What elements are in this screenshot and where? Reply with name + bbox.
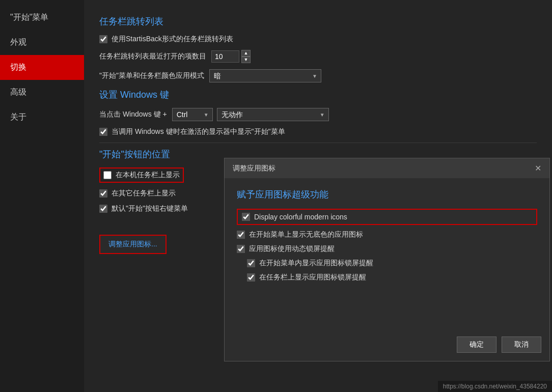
sidebar-item-advanced[interactable]: 高级 (0, 80, 84, 105)
show-local-taskbar-label: 在本机任务栏上显示 (116, 171, 180, 180)
show-lock-in-start-checkbox[interactable] (247, 259, 255, 267)
use-startisback-row: 使用StartisBack形式的任务栏跳转列表 (99, 35, 537, 44)
no-action-select-wrapper: 无动作 打开任务管理器 显示桌面 (217, 108, 329, 121)
windows-key-title: 设置 Windows 键 (99, 89, 537, 101)
recent-items-spinner: ▲ ▼ (241, 50, 251, 63)
show-other-taskbar-checkbox[interactable] (99, 189, 107, 198)
use-startisback-label: 使用StartisBack形式的任务栏跳转列表 (112, 35, 233, 44)
show-no-bg-label: 在开始菜单上显示无底色的应用图标 (249, 230, 363, 239)
no-action-select[interactable]: 无动作 打开任务管理器 显示桌面 (217, 108, 329, 121)
popup-section-title: 赋予应用图标超级功能 (237, 188, 537, 201)
use-dynamic-lock-row: 应用图标使用动态锁屏提醒 (237, 244, 537, 254)
popup-overlay: 调整应用图标 ✕ 赋予应用图标超级功能 Display colorful mod… (224, 158, 550, 361)
show-lock-in-start-label: 在开始菜单内显示应用图标锁屏提醒 (259, 259, 373, 268)
display-colorful-row: Display colorful modern icons (237, 209, 537, 225)
show-no-bg-checkbox[interactable] (237, 231, 245, 239)
sidebar: "开始"菜单 外观 切换 高级 关于 (0, 0, 84, 392)
recent-items-label: 任务栏跳转列表最近打开的项数目 (99, 52, 206, 61)
use-startisback-checkbox[interactable] (99, 35, 107, 43)
windows-key-row: 当点击 Windows 键 + Ctrl Alt Shift 无动作 打开任务管… (99, 108, 537, 121)
popup-footer: 确定 取消 (457, 337, 541, 353)
taskbar-jump-title: 任务栏跳转列表 (99, 15, 537, 27)
show-lock-on-taskbar-row: 在任务栏上显示应用图标锁屏提醒 (237, 273, 537, 282)
popup-content: 赋予应用图标超级功能 Display colorful modern icons… (225, 178, 549, 297)
cancel-button[interactable]: 取消 (502, 337, 541, 353)
sidebar-item-about[interactable]: 关于 (0, 105, 84, 130)
popup-close-button[interactable]: ✕ (535, 163, 541, 173)
show-start-label: 当调用 Windows 键时在激活的显示器中显示"开始"菜单 (112, 127, 285, 136)
show-no-bg-row: 在开始菜单上显示无底色的应用图标 (237, 230, 537, 239)
use-dynamic-lock-checkbox[interactable] (237, 245, 245, 253)
popup-header-title: 调整应用图标 (233, 164, 275, 173)
show-start-row: 当调用 Windows 键时在激活的显示器中显示"开始"菜单 (99, 127, 537, 136)
windows-key-label: 当点击 Windows 键 + (99, 110, 167, 119)
ok-button[interactable]: 确定 (457, 337, 496, 353)
default-right-click-checkbox[interactable] (99, 205, 107, 213)
show-lock-on-taskbar-checkbox[interactable] (247, 273, 255, 282)
ctrl-select-wrapper: Ctrl Alt Shift (172, 108, 213, 121)
spinner-up-btn[interactable]: ▲ (241, 50, 251, 57)
ctrl-select[interactable]: Ctrl Alt Shift (172, 108, 213, 121)
sidebar-item-start-menu[interactable]: "开始"菜单 (0, 5, 84, 30)
use-dynamic-lock-label: 应用图标使用动态锁屏提醒 (249, 244, 335, 254)
recent-items-input[interactable]: 10 (211, 50, 239, 63)
url-bar: https://blog.csdn.net/weixin_43584220 (438, 381, 552, 392)
color-mode-select[interactable]: 暗 亮 自动 (209, 69, 321, 82)
spinner-down-btn[interactable]: ▼ (241, 57, 251, 63)
divider-1 (99, 143, 537, 143)
show-lock-on-taskbar-label: 在任务栏上显示应用图标锁屏提醒 (259, 273, 366, 282)
show-start-checkbox[interactable] (99, 128, 107, 136)
display-colorful-label: Display colorful modern icons (254, 213, 347, 221)
show-local-taskbar-checkbox[interactable] (103, 171, 112, 179)
default-right-click-label: 默认"开始"按钮右键菜单 (112, 204, 188, 213)
adjust-icon-button[interactable]: 调整应用图标... (99, 235, 167, 254)
display-colorful-checkbox[interactable] (242, 213, 250, 221)
sidebar-item-appearance[interactable]: 外观 (0, 30, 84, 55)
show-lock-in-start-row: 在开始菜单内显示应用图标锁屏提醒 (237, 259, 537, 268)
color-mode-row: "开始"菜单和任务栏颜色应用模式 暗 亮 自动 (99, 69, 537, 82)
sidebar-item-switch[interactable]: 切换 (0, 55, 84, 80)
color-mode-label: "开始"菜单和任务栏颜色应用模式 (99, 71, 204, 80)
url-text: https://blog.csdn.net/weixin_43584220 (443, 383, 547, 390)
recent-items-row: 任务栏跳转列表最近打开的项数目 10 ▲ ▼ (99, 50, 537, 63)
color-mode-select-wrapper: 暗 亮 自动 (209, 69, 321, 82)
popup-header: 调整应用图标 ✕ (225, 158, 549, 178)
show-other-taskbar-label: 在其它任务栏上显示 (112, 189, 176, 198)
